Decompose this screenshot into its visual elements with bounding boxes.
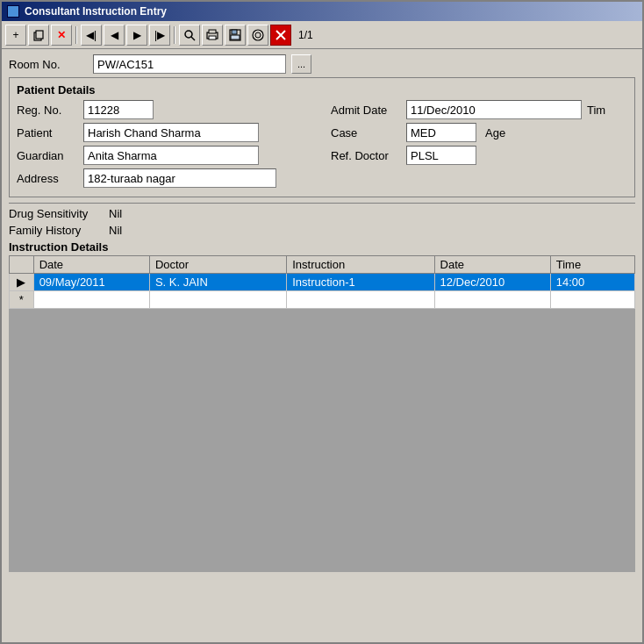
window-title: Consultant Instruction Entry — [25, 5, 167, 18]
guardian-input[interactable] — [83, 146, 259, 165]
row-doctor-0[interactable]: S. K. JAIN — [149, 274, 286, 291]
svg-rect-6 — [209, 36, 216, 39]
family-history-row: Family History Nil — [9, 224, 635, 237]
main-window: Consultant Instruction Entry + ✕ ◀| ◀ ▶ … — [0, 0, 644, 644]
guardian-refdoc-row: Guardian Ref. Doctor — [17, 146, 627, 165]
admit-date-input[interactable] — [406, 100, 582, 119]
svg-rect-8 — [232, 30, 237, 34]
copy-button[interactable] — [28, 25, 49, 46]
case-input[interactable] — [406, 123, 476, 142]
row-end-date-0[interactable]: 12/Dec/2010 — [434, 274, 550, 291]
row-time-1[interactable] — [550, 291, 634, 309]
row-date-0[interactable]: 09/May/2011 — [33, 274, 149, 291]
row-indicator-0: ▶ — [10, 274, 34, 291]
address-row: Address — [17, 168, 627, 188]
patient-case-row: Patient Case Age — [17, 123, 627, 142]
ref-doctor-label: Ref. Doctor — [331, 149, 401, 162]
family-history-value: Nil — [109, 224, 122, 237]
title-bar: Consultant Instruction Entry — [2, 2, 642, 21]
find-button[interactable] — [179, 25, 200, 46]
patient-input[interactable] — [83, 123, 259, 142]
svg-rect-5 — [209, 30, 216, 33]
row-instruction-1[interactable] — [287, 291, 434, 309]
separator-1 — [75, 26, 77, 44]
row-instruction-0[interactable]: Instruction-1 — [287, 274, 434, 291]
col-doctor: Doctor — [149, 256, 286, 274]
svg-point-11 — [255, 32, 261, 38]
reg-no-label: Reg. No. — [17, 104, 78, 117]
case-label: Case — [331, 126, 401, 140]
first-button[interactable]: ◀| — [81, 25, 102, 46]
delete-button[interactable]: ✕ — [51, 25, 72, 46]
svg-line-3 — [191, 37, 195, 40]
row-indicator-1: * — [10, 291, 34, 309]
main-content: Room No. ... Patient Details Reg. No. Ad… — [2, 49, 642, 642]
prev-button[interactable]: ◀ — [104, 25, 125, 46]
guardian-group: Guardian — [17, 146, 313, 165]
col-instruction: Instruction — [287, 256, 434, 274]
save2-button[interactable] — [247, 25, 268, 46]
reg-admit-row: Reg. No. Admit Date Tim — [17, 100, 627, 119]
drug-sensitivity-row: Drug Sensitivity Nil — [9, 207, 635, 220]
instruction-details-section: Instruction Details Date Doctor Instruct… — [9, 240, 635, 309]
patient-details-section: Patient Details Reg. No. Admit Date Tim … — [9, 77, 635, 197]
drug-sensitivity-label: Drug Sensitivity — [9, 207, 105, 220]
svg-point-10 — [253, 30, 263, 40]
admit-date-label: Admit Date — [331, 104, 401, 117]
next-button[interactable]: ▶ — [126, 25, 147, 46]
row-doctor-1[interactable] — [149, 291, 286, 309]
case-group: Case Age — [331, 123, 627, 142]
svg-rect-1 — [36, 31, 43, 39]
patient-details-title: Patient Details — [17, 83, 627, 97]
admit-date-group: Admit Date Tim — [331, 100, 627, 119]
patient-label: Patient — [17, 126, 78, 140]
patient-group: Patient — [17, 123, 313, 142]
ref-doctor-group: Ref. Doctor — [331, 146, 627, 165]
ref-doctor-input[interactable] — [406, 146, 476, 165]
col-indicator — [10, 256, 34, 274]
family-history-label: Family History — [9, 224, 105, 237]
address-input[interactable] — [83, 168, 276, 188]
table-row[interactable]: ▶ 09/May/2011 S. K. JAIN Instruction-1 1… — [10, 274, 635, 291]
instruction-details-title: Instruction Details — [9, 240, 635, 254]
exit-button[interactable] — [270, 25, 291, 46]
last-button[interactable]: |▶ — [149, 25, 170, 46]
bottom-grey-area — [9, 309, 635, 572]
svg-point-2 — [185, 31, 192, 38]
toolbar: + ✕ ◀| ◀ ▶ |▶ 1/1 — [2, 21, 642, 49]
table-row[interactable]: * — [10, 291, 635, 309]
add-button[interactable]: + — [5, 25, 26, 46]
save-button[interactable] — [225, 25, 246, 46]
address-label: Address — [17, 172, 78, 185]
row-end-date-1[interactable] — [434, 291, 550, 309]
room-no-row: Room No. ... — [9, 54, 635, 74]
table-header-row: Date Doctor Instruction Date Time — [10, 256, 635, 274]
row-time-0[interactable]: 14:00 — [550, 274, 634, 291]
print-button[interactable] — [202, 25, 223, 46]
time-label-text: Tim — [587, 104, 605, 117]
room-no-input[interactable] — [93, 54, 286, 74]
col-time: Time — [550, 256, 634, 274]
instruction-table: Date Doctor Instruction Date Time ▶ 09/M… — [9, 255, 635, 309]
guardian-label: Guardian — [17, 149, 78, 162]
separator-2 — [174, 26, 175, 44]
drug-sensitivity-value: Nil — [109, 207, 122, 220]
reg-no-input[interactable] — [83, 100, 154, 119]
svg-rect-9 — [231, 35, 240, 39]
room-no-browse-button[interactable]: ... — [291, 54, 311, 74]
reg-no-group: Reg. No. — [17, 100, 313, 119]
col-end-date: Date — [434, 256, 550, 274]
app-icon — [7, 5, 19, 18]
col-date: Date — [33, 256, 149, 274]
row-date-1[interactable] — [33, 291, 149, 309]
separator-line-1 — [9, 203, 635, 204]
age-label-text: Age — [485, 126, 505, 140]
room-no-label: Room No. — [9, 58, 88, 71]
record-indicator: 1/1 — [298, 29, 313, 41]
